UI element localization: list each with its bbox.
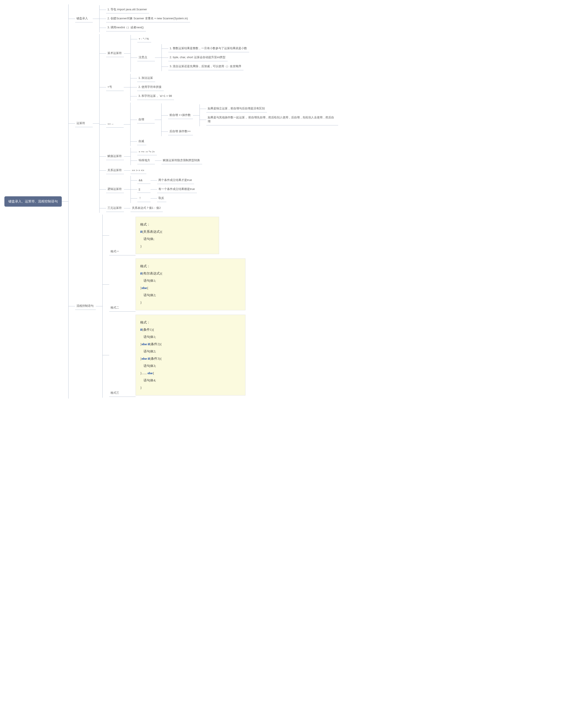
leaf: 赋值运算符隐含强制类型转换 xyxy=(162,157,202,164)
leaf: 3. 混合运算还是先乘除，后加减，可以使用（）改变顺序 xyxy=(168,63,244,70)
code-block-if-elseif: 格式： if(条件1){ 语句体1; }else if(条件2){ 语句体2; … xyxy=(135,315,246,395)
leaf: 有一个条件成立结果都是true xyxy=(157,186,197,193)
node-flow[interactable]: 流程控制语句 xyxy=(75,303,96,310)
node-relation[interactable]: 关系运算符 xyxy=(106,167,124,174)
leaf: 关系表达式？值1：值2 xyxy=(130,205,163,212)
node-fmt3[interactable]: 格式三 xyxy=(109,390,129,397)
node-ternary[interactable]: 三元运算符 xyxy=(106,205,124,212)
leaf: = += -= *= /= xyxy=(137,149,157,155)
leaf: 1. 加法运算 xyxy=(137,75,155,82)
leaf: 2. 使用字符串拼接 xyxy=(137,84,164,91)
node-inc[interactable]: 自增 xyxy=(137,116,155,124)
node-fmt1[interactable]: 格式一 xyxy=(109,248,129,255)
leaf: 取反 xyxy=(157,195,166,202)
node-operators[interactable]: 运算符 xyxy=(75,120,93,127)
node-plus[interactable]: +号 xyxy=(106,84,124,91)
root-node[interactable]: 键盘录入、运算符、流程控制语句 xyxy=(4,196,62,207)
leaf: 3. 调用nextInt（）或者next() xyxy=(106,24,146,31)
code-block-if: 格式： if(关系表达式){ 语句体; } xyxy=(135,217,219,254)
mindmap-root-container: 键盘录入、运算符、流程控制语句 键盘录入 1. 导包 import java.u… xyxy=(4,4,584,398)
node-arithmetic-notes[interactable]: 注意点 xyxy=(137,54,155,61)
node-arithmetic[interactable]: 算术运算符 xyxy=(106,50,124,57)
leaf: 1. 整数运算结果是整数，一旦有小数参与了运算结果就是小数 xyxy=(168,45,249,52)
leaf: == > = <= xyxy=(130,167,146,174)
leaf: 2. byte, char, short 运算会自动提升至int类型 xyxy=(168,54,228,61)
node-and[interactable]: && xyxy=(137,177,150,184)
leaf: 后自增 操作数++ xyxy=(168,128,193,135)
node-fmt2[interactable]: 格式二 xyxy=(109,304,129,311)
node-incdec[interactable]: ++ -- xyxy=(106,121,124,128)
node-pre-inc[interactable]: 前自增 ++操作数 xyxy=(168,112,193,119)
leaf: 两个条件成立结果才是true xyxy=(157,177,194,184)
node-not[interactable]: ！ xyxy=(137,195,150,202)
leaf: 3. 和字符运算， 'a'+1 = 98 xyxy=(137,93,174,100)
code-block-if-else: 格式： if(布尔表达式){ 语句体1; }else{ 语句体2; } xyxy=(135,258,246,310)
node-dec: 自减 xyxy=(137,138,146,145)
leaf: 1. 导包 import java.util.Scanner xyxy=(106,6,149,14)
node-assign-special[interactable]: 特殊地方 xyxy=(137,157,155,164)
leaf: 2. 创建Scanner对象 Scanner 变量名 = new Scanner… xyxy=(106,15,190,22)
node-keyboard-input[interactable]: 键盘录入 xyxy=(75,15,93,22)
leaf: 如果是与其他操作数一起运算， 前自增先自增，然后给别人使用，后自增，先给别人去使… xyxy=(206,114,338,125)
node-or[interactable]: || xyxy=(137,186,150,193)
node-assign[interactable]: 赋值运算符 xyxy=(106,153,124,160)
node-logic[interactable]: 逻辑运算符 xyxy=(106,186,124,193)
leaf: + - * / % xyxy=(137,36,151,42)
leaf: 如果是独立运算，前自增与后自增是没有区别 xyxy=(206,105,267,112)
